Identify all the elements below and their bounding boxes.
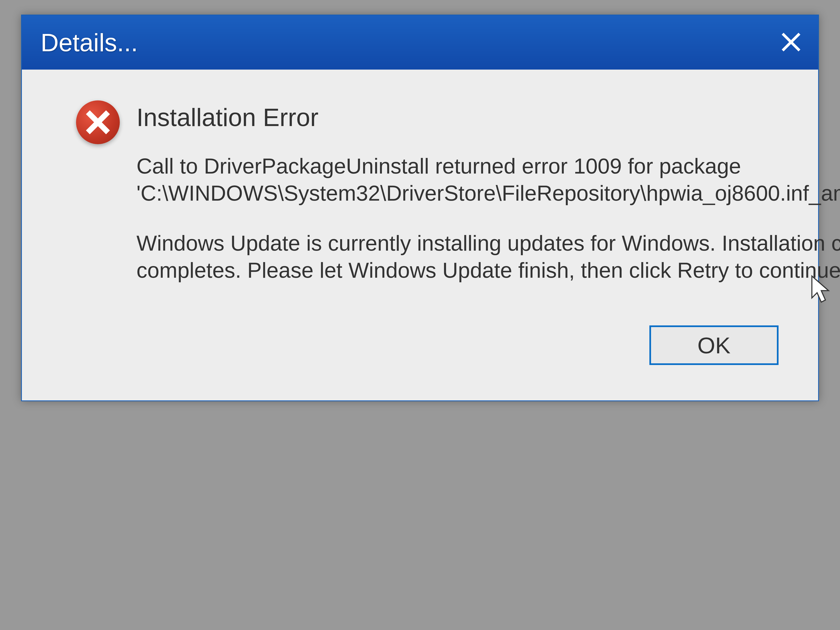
error-icon [76, 100, 120, 144]
error-detail-text: Call to DriverPackageUninstall returned … [136, 153, 840, 207]
ok-button-label: OK [698, 332, 731, 358]
dialog-window: Details... Installation Error Call to Dr… [21, 14, 819, 401]
dialog-title: Details... [41, 28, 138, 57]
close-button[interactable] [778, 30, 804, 55]
error-instruction-text: Windows Update is currently installing u… [136, 230, 840, 284]
titlebar: Details... [22, 16, 818, 69]
error-heading: Installation Error [136, 103, 840, 132]
close-icon [780, 31, 802, 54]
text-column: Installation Error Call to DriverPackage… [136, 103, 840, 284]
dialog-content: Installation Error Call to DriverPackage… [22, 69, 818, 325]
ok-button[interactable]: OK [649, 325, 778, 365]
button-row: OK [22, 325, 818, 400]
icon-column [76, 103, 136, 284]
